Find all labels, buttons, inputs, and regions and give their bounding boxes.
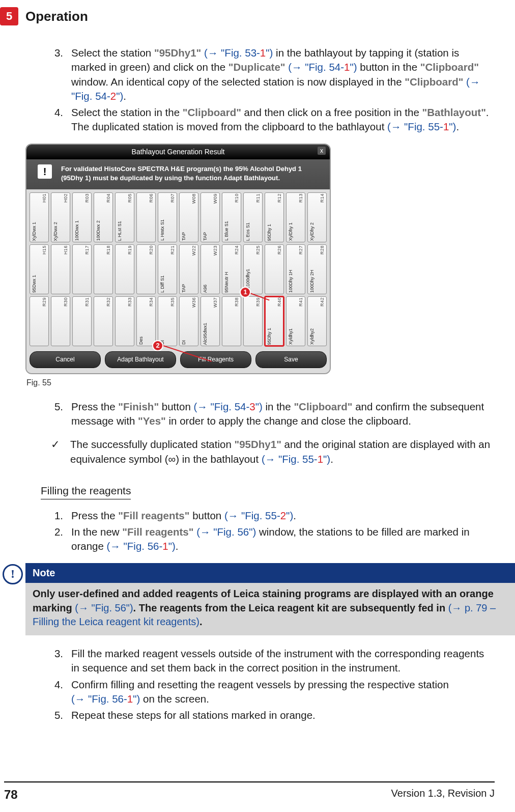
station-row: R29R30R31R32R33R34DesR35DIW36DIW37Alc95d… (30, 296, 327, 346)
station-id: R03 (84, 193, 90, 203)
subheading-filling: Filling the reagents (41, 484, 131, 499)
station-id: R35 (169, 297, 176, 306)
step-text: Press the "Finish" button (→ "Fig. 54-3"… (71, 400, 495, 429)
step-text: Press the "Fill reagents" button (→ "Fig… (71, 509, 296, 523)
station-cell[interactable]: W09TAP (201, 192, 220, 242)
station-cell[interactable]: R26 (265, 244, 284, 294)
note-text: Only user-defined and added reagents of … (25, 583, 515, 635)
station-label: L Eos S1 (245, 222, 251, 241)
ref-fig55c: "Fig. 55 (241, 510, 277, 521)
note-heading: Note (25, 563, 515, 583)
content-area: 3. Select the station "95Dhy1" (→ "Fig. … (0, 31, 515, 722)
station-cell[interactable]: R17 (72, 244, 92, 294)
step-list-b: 5. Press the "Finish" button (→ "Fig. 54… (41, 400, 495, 429)
station-id: H16 (63, 245, 69, 255)
station-id: R41 (298, 297, 304, 306)
ref-fig56c: "Fig. 56" (92, 602, 130, 613)
station-id: R14 (319, 193, 325, 203)
station-cell[interactable]: R4095Dhy 1 (265, 296, 284, 346)
station-cell[interactable]: H01XylDwx 1 (30, 192, 49, 242)
step-number: 4. (51, 105, 63, 134)
station-id: R11 (255, 193, 261, 203)
step-number: 3. (51, 46, 63, 103)
save-button[interactable]: Save (255, 351, 327, 368)
station-id: W22 (191, 245, 197, 256)
station-label: Xyldhy1 (288, 328, 294, 345)
station-cell[interactable]: R13XylDhy 1 (286, 192, 305, 242)
station-cell[interactable]: R30 (51, 296, 70, 346)
station-cell[interactable]: R19 (115, 244, 134, 294)
step-number: 5. (51, 708, 63, 722)
station-cell[interactable]: W08TAP (179, 192, 198, 242)
station-cell[interactable]: R42Xyldhy2 (307, 296, 327, 346)
step-list-d: 3. Fill the marked reagent vessels outsi… (41, 647, 495, 722)
station-cell[interactable]: R06 (136, 192, 156, 242)
station-cell[interactable]: H1595Dwx 1 (30, 244, 49, 294)
ref-fig56b: "Fig. 56 (124, 540, 159, 552)
footer-rule (4, 781, 495, 782)
station-cell[interactable]: R34Des (136, 296, 156, 346)
station-cell[interactable]: H16 (51, 244, 70, 294)
station-id: R32 (105, 297, 111, 306)
station-cell[interactable]: W37Alc95dwx1 (201, 296, 220, 346)
close-icon[interactable]: x (318, 147, 326, 155)
step-text: In the new "Fill reagents" (→ "Fig. 56")… (71, 525, 495, 554)
station-cell[interactable]: R10L Blue S1 (222, 192, 241, 242)
station-id: H15 (41, 245, 47, 255)
station-cell[interactable]: W23A96 (201, 244, 220, 294)
station-id: R38 (234, 297, 240, 306)
station-label: XylDwx 1 (31, 222, 37, 241)
ref-fig56a: "Fig. 56" (213, 526, 252, 538)
step-number: 2. (51, 525, 63, 554)
station-id: R10 (234, 193, 240, 203)
station-cell[interactable]: R18 (94, 244, 113, 294)
station-cell[interactable]: R29 (30, 296, 49, 346)
station-cell[interactable]: R11L Eos S1 (243, 192, 263, 242)
dialog-message: ! For validated HistoCore SPECTRA H&E pr… (26, 159, 330, 189)
station-id: W09 (212, 193, 218, 204)
station-label: L Blue S1 (223, 221, 230, 241)
step-text: Select the station in the "Clipboard" an… (71, 105, 495, 134)
station-cell[interactable]: R28100Dhy 2H (307, 244, 327, 294)
station-cell[interactable]: R05L HLst S1 (115, 192, 134, 242)
station-cell[interactable]: R21L Diff S1 (158, 244, 177, 294)
station-cell[interactable]: W36DI (179, 296, 198, 346)
station-cell[interactable]: R41Xyldhy1 (286, 296, 305, 346)
station-label: TAP (202, 232, 208, 241)
step-4: 4. Select the station in the "Clipboard"… (51, 105, 495, 134)
station-cell[interactable]: R20 (136, 244, 156, 294)
step-list-a: 3. Select the station "95Dhy1" (→ "Fig. … (41, 46, 495, 134)
station-cell[interactable]: R27100Dhy 1H (286, 244, 305, 294)
station-cell[interactable]: R35DI (158, 296, 177, 346)
figure-55: Bathlayout Generation Result x ! For val… (25, 144, 495, 388)
station-cell[interactable]: R04100Dwx 2 (94, 192, 113, 242)
station-cell[interactable]: R39 (243, 296, 263, 346)
station-cell[interactable]: R38 (222, 296, 241, 346)
station-cell[interactable]: R31 (72, 296, 92, 346)
note-box: ! Note Only user-defined and added reage… (0, 563, 515, 635)
station-label: 100Dhy 1H (288, 270, 294, 293)
station-id: R06 (148, 193, 154, 203)
label-yes: "Yes" (138, 415, 166, 427)
station-label: 100Dhy 2H (309, 270, 315, 293)
check-icon: ✓ (51, 437, 63, 466)
station-cell[interactable]: R33 (115, 296, 134, 346)
station-label: DI (181, 340, 187, 345)
station-cell[interactable]: H02XylDwx 2 (51, 192, 70, 242)
adapt-bathlayout-button[interactable]: Adapt Bathlayout (105, 351, 176, 368)
check-text: The successfully duplicated station "95D… (70, 437, 495, 466)
station-cell[interactable]: R1295Dhy 1 (265, 192, 284, 242)
station-id: R12 (276, 193, 282, 203)
station-cell[interactable]: R03100Dwx 1 (72, 192, 92, 242)
station-id: R17 (84, 245, 90, 255)
station-cell[interactable]: W22TAP (179, 244, 198, 294)
station-cell[interactable]: R32 (94, 296, 113, 346)
cancel-button[interactable]: Cancel (30, 351, 101, 368)
label-fill-reagents: "Fill reagents" (118, 510, 189, 521)
station-cell[interactable]: R07L Hmtx S1 (158, 192, 177, 242)
label-bathlayout: "Bathlayout" (422, 106, 485, 118)
station-row: H1595Dwx 1H16R17R18R19R20R21L Diff S1W22… (30, 244, 327, 294)
station-cell[interactable]: R2495Neutr H (222, 244, 241, 294)
step-3: 3. Select the station "95Dhy1" (→ "Fig. … (51, 46, 495, 103)
station-cell[interactable]: R14XylDhy 2 (307, 192, 327, 242)
